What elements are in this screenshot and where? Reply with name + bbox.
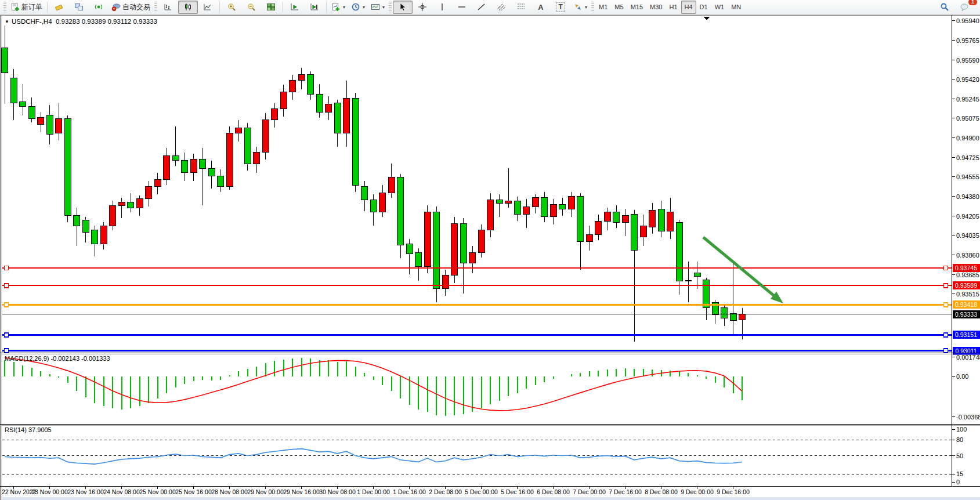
line-handle[interactable] bbox=[5, 266, 9, 270]
arrows-icon bbox=[573, 2, 583, 12]
fibonacci-tool-button[interactable] bbox=[511, 1, 531, 14]
time-label: 29 Nov 00:00 bbox=[247, 488, 284, 495]
chart-symbol: USDCHF-,H4 bbox=[12, 18, 52, 25]
svg-text:0: 0 bbox=[956, 479, 960, 485]
signals-button[interactable] bbox=[89, 1, 109, 14]
label-tool-icon: T bbox=[556, 2, 565, 12]
vertical-line-icon bbox=[437, 2, 447, 12]
svg-text:0.95075: 0.95075 bbox=[956, 115, 979, 122]
vertical-line-tool-button[interactable] bbox=[432, 1, 452, 14]
time-label: 25 Nov 00:00 bbox=[139, 488, 176, 495]
line-handle[interactable] bbox=[5, 333, 9, 337]
timeframe-m5-button[interactable]: M5 bbox=[611, 1, 627, 14]
time-axis: 22 Nov 202223 Nov 00:0023 Nov 16:0024 No… bbox=[2, 487, 750, 495]
crosshair-icon bbox=[418, 2, 427, 12]
line-chart-button[interactable] bbox=[198, 1, 218, 14]
candle bbox=[451, 217, 458, 284]
chart-shift-button[interactable] bbox=[305, 1, 324, 14]
template-icon bbox=[371, 2, 380, 12]
svg-text:0.95940: 0.95940 bbox=[956, 17, 979, 24]
new-order-icon bbox=[10, 2, 20, 12]
ohlc-low: 0.93112 bbox=[108, 18, 132, 25]
svg-text:0.95245: 0.95245 bbox=[956, 96, 979, 103]
candle bbox=[262, 113, 269, 160]
indicators-icon bbox=[331, 2, 341, 12]
svg-text:0.94380: 0.94380 bbox=[956, 193, 979, 200]
text-tool-button[interactable]: A bbox=[531, 1, 551, 14]
time-label: 8 Dec 08:00 bbox=[645, 488, 678, 495]
line-handle[interactable] bbox=[5, 303, 9, 307]
time-label: 30 Nov 08:00 bbox=[319, 488, 356, 495]
search-icon bbox=[940, 2, 949, 12]
toolbar-separator bbox=[283, 2, 283, 12]
auto-scroll-button[interactable] bbox=[285, 1, 305, 14]
timeframe-h1-button[interactable]: H1 bbox=[666, 1, 681, 14]
timeframe-m15-button[interactable]: M15 bbox=[627, 1, 646, 14]
line-handle[interactable] bbox=[944, 303, 948, 307]
svg-text:100: 100 bbox=[956, 426, 967, 433]
timeframe-m1-button[interactable]: M1 bbox=[595, 1, 611, 14]
periods-button[interactable]: ▾ bbox=[348, 1, 368, 14]
profiles-button[interactable] bbox=[69, 1, 89, 14]
timeframe-d1-button[interactable]: D1 bbox=[696, 1, 711, 14]
horizontal-line-tool-button[interactable] bbox=[452, 1, 472, 14]
auto-trading-button[interactable]: 自动交易 bbox=[109, 1, 153, 14]
line-handle[interactable] bbox=[5, 349, 9, 353]
new-order-button[interactable]: 新订单 bbox=[8, 1, 45, 14]
notifications-button[interactable]: 1 bbox=[954, 1, 974, 14]
main-toolbar: 新订单 自动交易 bbox=[0, 0, 980, 15]
candle bbox=[64, 115, 71, 222]
eraser-icon bbox=[55, 2, 64, 12]
line-handle[interactable] bbox=[944, 266, 948, 270]
symbol-dropdown-icon[interactable]: ▼ bbox=[5, 19, 9, 24]
crosshair-tool-button[interactable] bbox=[413, 1, 432, 14]
macd-main-value: -0.002143 bbox=[50, 355, 79, 362]
line-handle[interactable] bbox=[944, 333, 948, 337]
zoom-in-icon bbox=[227, 2, 236, 12]
tile-windows-button[interactable] bbox=[261, 1, 281, 14]
timeframe-h4-button[interactable]: H4 bbox=[681, 1, 696, 14]
time-label: 9 Dec 16:00 bbox=[717, 488, 750, 495]
zoom-out-button[interactable] bbox=[241, 1, 261, 14]
channel-tool-button[interactable] bbox=[491, 1, 511, 14]
timeframe-mn-button[interactable]: MN bbox=[728, 1, 744, 14]
svg-text:0.93589: 0.93589 bbox=[955, 282, 977, 289]
dropdown-caret-icon: ▾ bbox=[585, 5, 587, 10]
eraser-button[interactable] bbox=[49, 1, 69, 14]
zoom-in-button[interactable] bbox=[222, 1, 241, 14]
candle bbox=[226, 126, 233, 190]
ohlc-high: 0.93389 bbox=[82, 18, 106, 25]
candlestick-chart-button[interactable] bbox=[178, 1, 198, 14]
cursor-icon bbox=[398, 2, 407, 12]
line-handle[interactable] bbox=[944, 349, 948, 353]
timeframe-w1-button[interactable]: W1 bbox=[711, 1, 728, 14]
candlestick-chart-icon bbox=[183, 2, 193, 12]
bar-chart-button[interactable] bbox=[158, 1, 178, 14]
templates-button[interactable]: ▾ bbox=[368, 1, 388, 14]
svg-text:0.95420: 0.95420 bbox=[956, 76, 979, 83]
candle bbox=[110, 201, 116, 230]
line-handle[interactable] bbox=[5, 284, 9, 288]
macd-signal-value: -0.001333 bbox=[81, 355, 110, 362]
svg-text:0.93418: 0.93418 bbox=[955, 301, 977, 308]
search-button[interactable] bbox=[935, 1, 954, 14]
time-label: 28 Nov 08:00 bbox=[211, 488, 248, 495]
time-label: 7 Dec 16:00 bbox=[609, 488, 642, 495]
indicators-button[interactable]: ▾ bbox=[328, 1, 348, 14]
toolbar-separator bbox=[326, 2, 327, 12]
new-order-label: 新订单 bbox=[21, 2, 42, 12]
timeframe-m30-button[interactable]: M30 bbox=[646, 1, 666, 14]
label-tool-button[interactable]: T bbox=[551, 1, 570, 14]
toolbar-drag-handle bbox=[591, 2, 594, 12]
trendline-tool-button[interactable] bbox=[472, 1, 491, 14]
signal-icon bbox=[94, 2, 103, 12]
candle bbox=[352, 93, 359, 192]
toolbar-drag-handle bbox=[154, 2, 157, 12]
line-handle[interactable] bbox=[944, 284, 948, 288]
svg-text:0.001748: 0.001748 bbox=[956, 354, 980, 361]
svg-text:0.93685: 0.93685 bbox=[956, 271, 979, 278]
ohlc-close: 0.93333 bbox=[133, 18, 157, 25]
dropdown-caret-icon: ▾ bbox=[363, 5, 365, 10]
cursor-tool-button[interactable] bbox=[393, 1, 413, 14]
arrows-tool-button[interactable]: ▾ bbox=[570, 1, 590, 14]
